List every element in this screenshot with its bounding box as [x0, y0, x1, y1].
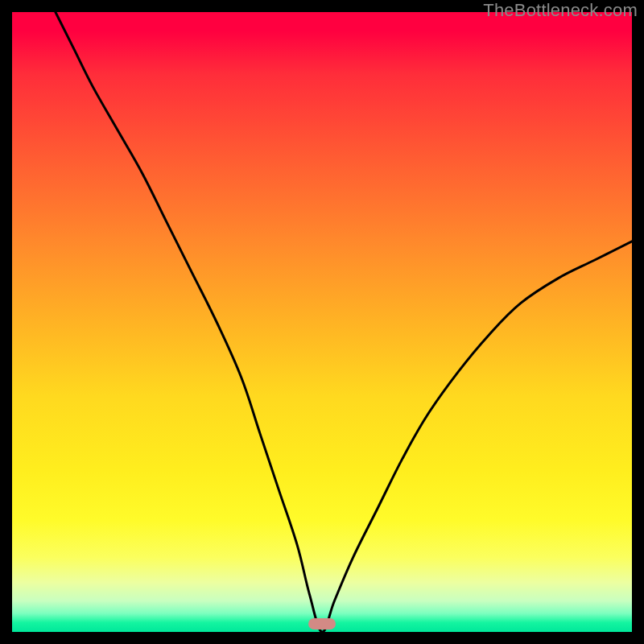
- optimal-point-marker: [308, 618, 336, 630]
- plot-area: [12, 12, 632, 632]
- bottleneck-curve: [12, 12, 632, 632]
- watermark-text: TheBottleneck.com: [483, 0, 638, 21]
- chart-frame: TheBottleneck.com: [0, 0, 644, 644]
- curve-line: [56, 12, 632, 632]
